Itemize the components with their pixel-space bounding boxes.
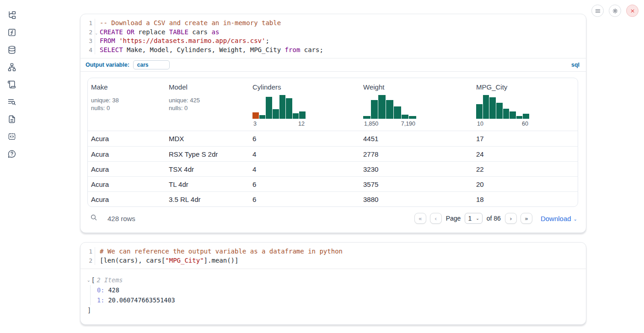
dependency-graph-icon[interactable] [7,62,17,72]
page-number-select[interactable]: 1 ⌄ [465,213,482,224]
histogram-bar [293,113,299,119]
table-cell: 2778 [360,150,473,158]
histogram-bar [378,95,386,119]
settings-gear-button[interactable] [609,5,621,17]
help-chat-icon[interactable] [7,149,17,159]
list-search-icon[interactable] [7,97,17,107]
code-line[interactable]: 1# We can reference the output variable … [80,247,586,256]
table-cell: RSX Type S 2dr [166,150,249,158]
scroll-icon[interactable] [7,79,17,90]
open-bracket: [ [91,275,95,285]
histogram-bar [483,95,489,119]
code-text: CREATE OR replace TABLE cars as [95,28,219,37]
close-button[interactable] [626,5,639,17]
code-line[interactable]: 2⌄CREATE OR replace TABLE cars as [80,28,586,37]
histogram-bar [273,109,279,119]
table-cell: 6 [249,135,360,143]
histogram-axis-labels: 1060 [476,121,529,127]
table-row[interactable]: AcuraTSX 4dr4323022 [88,161,578,176]
code-line[interactable]: 2[len(cars), cars["MPG_City"].mean()] [80,256,586,265]
histogram-axis-labels: 1,8507,190 [363,121,416,127]
code-line[interactable]: 3FROM 'https://datasets.marimo.app/cars.… [80,37,586,46]
histogram-bar [371,100,378,119]
page-label: Page [446,215,461,222]
table-row[interactable]: AcuraRSX Type S 2dr4277824 [88,146,578,161]
column-header[interactable]: MPG_City1060 [473,83,578,127]
line-number: 3 [80,37,95,46]
column-histogram[interactable]: 312 [252,95,306,127]
column-histogram[interactable]: 1,8507,190 [363,95,416,127]
column-title: Make [91,83,166,91]
table-row[interactable]: AcuraTL 4dr6357520 [88,176,578,191]
table-cell: MDX [166,135,249,143]
code-text: FROM 'https://datasets.marimo.app/cars.c… [95,37,269,46]
code-text: -- Download a CSV and create an in-memor… [95,19,281,28]
next-page-button[interactable]: › [505,213,517,224]
python-cell-output: ⌄ [ 2 Items 0: 4281: 20.060747663551403 … [80,269,586,324]
histogram-bar [516,116,523,119]
snippets-code-icon[interactable] [7,132,17,142]
column-histogram[interactable]: 1060 [476,95,529,127]
table-cell: 3575 [360,180,473,188]
column-header[interactable]: Modelunique: 425nulls: 0 [166,83,249,127]
line-number: 2⌄ [80,28,95,37]
prev-page-button[interactable]: ‹ [430,213,442,224]
item-index: 0: [97,286,104,294]
collapse-chevron-icon[interactable]: ⌄ [87,275,90,285]
sql-cell: 1-- Download a CSV and create an in-memo… [80,14,586,233]
code-text: # We can reference the output variable a… [95,247,343,256]
sql-cell-footer: Output variable: sql [80,58,586,72]
fold-chevron-icon[interactable]: ⌄ [95,29,97,38]
line-number: 2 [80,256,95,265]
table-cell: 6 [249,196,360,203]
first-page-button[interactable]: « [414,213,426,224]
database-icon[interactable] [7,45,17,55]
file-text-icon[interactable] [7,114,17,124]
column-title: Cylinders [252,83,360,91]
table-cell: 4 [249,150,360,158]
histogram-bar [496,103,503,119]
histogram-bar [476,104,483,119]
file-tree-icon[interactable] [7,10,17,20]
column-stats: unique: 425nulls: 0 [169,96,249,112]
page-number-value: 1 [468,215,472,222]
code-line[interactable]: 4SELECT Make, Model, Cylinders, Weight, … [80,46,586,55]
python-cell: 1# We can reference the output variable … [80,242,586,325]
last-page-button[interactable]: » [521,213,532,224]
table-cell: 22 [473,165,578,173]
sql-code-editor[interactable]: 1-- Download a CSV and create an in-memo… [80,14,586,58]
line-number: 1 [80,19,95,28]
histogram-axis-labels: 312 [252,121,306,127]
table-cell: 3880 [360,196,473,203]
code-line[interactable]: 1-- Download a CSV and create an in-memo… [80,19,586,28]
table-cell: TL 4dr [166,180,249,188]
histogram-bar [409,116,416,119]
table-row[interactable]: Acura3.5 RL 4dr6388018 [88,191,578,206]
download-button[interactable]: Download ⌄ [541,215,577,222]
list-item: 1: 20.060747663551403 [97,295,580,305]
table-cell: Acura [88,196,166,203]
column-header[interactable]: Weight1,8507,190 [360,83,473,127]
python-code-editor[interactable]: 1# We can reference the output variable … [80,243,586,269]
histogram-bar [266,97,272,119]
function-square-icon[interactable] [7,27,17,37]
line-number: 4 [80,46,95,55]
table-cell: Acura [88,150,166,158]
table-row[interactable]: AcuraMDX6445117 [88,131,578,146]
menu-button[interactable] [591,5,604,17]
items-count-label: 2 Items [97,275,123,285]
table-cell: Acura [88,165,166,173]
table-cell: Acura [88,180,166,188]
left-panel-rail [0,0,24,333]
column-header[interactable]: Makeunique: 38nulls: 0 [88,83,166,127]
sql-cell-output: Makeunique: 38nulls: 0Modelunique: 425nu… [80,72,586,233]
code-text: SELECT Make, Model, Cylinders, Weight, M… [95,46,323,55]
output-variable-input[interactable] [133,60,170,69]
histogram-bar [363,116,370,119]
histogram-bar [402,115,409,119]
line-number: 1 [80,247,95,256]
search-icon[interactable] [90,214,97,223]
column-header[interactable]: Cylinders312 [249,83,360,127]
language-badge-sql[interactable]: sql [571,62,580,68]
item-index: 1: [97,296,104,304]
